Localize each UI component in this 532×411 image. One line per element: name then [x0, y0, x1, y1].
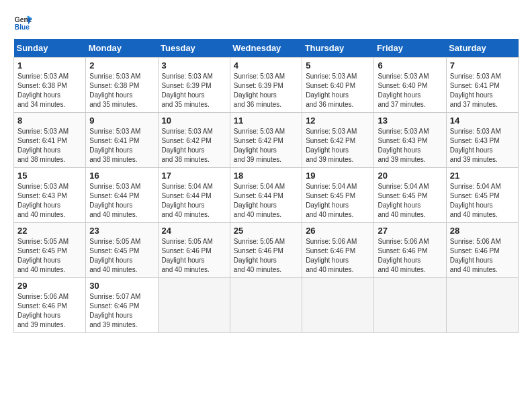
header-friday: Friday: [374, 39, 446, 58]
page-header: General Blue: [13, 13, 519, 32]
day-info: Sunrise: 5:03 AMSunset: 6:41 PMDaylight …: [89, 128, 140, 163]
calendar-cell: 26 Sunrise: 5:06 AMSunset: 6:46 PMDaylig…: [302, 223, 374, 278]
day-number: 11: [234, 116, 298, 126]
calendar-cell: [302, 278, 374, 333]
day-info: Sunrise: 5:07 AMSunset: 6:46 PMDaylight …: [89, 293, 140, 328]
calendar-cell: 4 Sunrise: 5:03 AMSunset: 6:39 PMDayligh…: [230, 58, 302, 113]
calendar-cell: 18 Sunrise: 5:04 AMSunset: 6:44 PMDaylig…: [230, 168, 302, 223]
day-number: 20: [378, 171, 442, 181]
day-info: Sunrise: 5:03 AMSunset: 6:41 PMDaylight …: [17, 128, 69, 163]
calendar-cell: [158, 278, 230, 333]
calendar-header-row: SundayMondayTuesdayWednesdayThursdayFrid…: [14, 39, 519, 58]
header-wednesday: Wednesday: [230, 39, 302, 58]
day-info: Sunrise: 5:05 AMSunset: 6:45 PMDaylight …: [89, 238, 140, 273]
calendar-cell: 9 Sunrise: 5:03 AMSunset: 6:41 PMDayligh…: [86, 113, 158, 168]
day-info: Sunrise: 5:05 AMSunset: 6:46 PMDaylight …: [234, 238, 285, 273]
calendar-cell: 15 Sunrise: 5:03 AMSunset: 6:43 PMDaylig…: [14, 168, 86, 223]
calendar-cell: 1 Sunrise: 5:03 AMSunset: 6:38 PMDayligh…: [14, 58, 86, 113]
calendar-week-row: 8 Sunrise: 5:03 AMSunset: 6:41 PMDayligh…: [14, 113, 519, 168]
day-number: 27: [378, 226, 442, 236]
day-info: Sunrise: 5:03 AMSunset: 6:40 PMDaylight …: [306, 73, 357, 108]
day-number: 7: [450, 60, 515, 71]
day-info: Sunrise: 5:03 AMSunset: 6:41 PMDaylight …: [450, 73, 501, 108]
day-number: 9: [89, 116, 154, 126]
day-info: Sunrise: 5:03 AMSunset: 6:44 PMDaylight …: [89, 183, 140, 218]
day-info: Sunrise: 5:06 AMSunset: 6:46 PMDaylight …: [378, 238, 429, 273]
day-number: 30: [89, 281, 154, 291]
day-number: 12: [306, 116, 370, 126]
calendar-cell: 6 Sunrise: 5:03 AMSunset: 6:40 PMDayligh…: [374, 58, 446, 113]
calendar-cell: 30 Sunrise: 5:07 AMSunset: 6:46 PMDaylig…: [86, 278, 158, 333]
calendar-table: SundayMondayTuesdayWednesdayThursdayFrid…: [13, 39, 519, 333]
calendar-cell: 21 Sunrise: 5:04 AMSunset: 6:45 PMDaylig…: [446, 168, 518, 223]
day-info: Sunrise: 5:06 AMSunset: 6:46 PMDaylight …: [17, 293, 69, 328]
calendar-cell: 22 Sunrise: 5:05 AMSunset: 6:45 PMDaylig…: [14, 223, 86, 278]
day-info: Sunrise: 5:06 AMSunset: 6:46 PMDaylight …: [450, 238, 501, 273]
day-number: 23: [89, 226, 154, 236]
calendar-cell: 27 Sunrise: 5:06 AMSunset: 6:46 PMDaylig…: [374, 223, 446, 278]
calendar-week-row: 22 Sunrise: 5:05 AMSunset: 6:45 PMDaylig…: [14, 223, 519, 278]
calendar-cell: 19 Sunrise: 5:04 AMSunset: 6:45 PMDaylig…: [302, 168, 374, 223]
calendar-cell: 17 Sunrise: 5:04 AMSunset: 6:44 PMDaylig…: [158, 168, 230, 223]
day-info: Sunrise: 5:05 AMSunset: 6:45 PMDaylight …: [17, 238, 69, 273]
day-info: Sunrise: 5:03 AMSunset: 6:40 PMDaylight …: [378, 73, 429, 108]
calendar-cell: 3 Sunrise: 5:03 AMSunset: 6:39 PMDayligh…: [158, 58, 230, 113]
day-info: Sunrise: 5:03 AMSunset: 6:38 PMDaylight …: [89, 73, 140, 108]
day-info: Sunrise: 5:03 AMSunset: 6:39 PMDaylight …: [162, 73, 213, 108]
day-number: 14: [450, 116, 515, 126]
calendar-cell: 14 Sunrise: 5:03 AMSunset: 6:43 PMDaylig…: [446, 113, 518, 168]
day-number: 25: [234, 226, 298, 236]
calendar-cell: [230, 278, 302, 333]
calendar-week-row: 29 Sunrise: 5:06 AMSunset: 6:46 PMDaylig…: [14, 278, 519, 333]
day-number: 10: [162, 116, 226, 126]
day-number: 29: [17, 281, 82, 291]
calendar-cell: 7 Sunrise: 5:03 AMSunset: 6:41 PMDayligh…: [446, 58, 518, 113]
day-info: Sunrise: 5:03 AMSunset: 6:43 PMDaylight …: [378, 128, 429, 163]
day-info: Sunrise: 5:04 AMSunset: 6:45 PMDaylight …: [306, 183, 357, 218]
calendar-cell: 10 Sunrise: 5:03 AMSunset: 6:42 PMDaylig…: [158, 113, 230, 168]
day-number: 24: [162, 226, 226, 236]
calendar-cell: 16 Sunrise: 5:03 AMSunset: 6:44 PMDaylig…: [86, 168, 158, 223]
header-saturday: Saturday: [446, 39, 518, 58]
calendar-cell: 2 Sunrise: 5:03 AMSunset: 6:38 PMDayligh…: [86, 58, 158, 113]
day-number: 5: [306, 60, 370, 71]
calendar-week-row: 15 Sunrise: 5:03 AMSunset: 6:43 PMDaylig…: [14, 168, 519, 223]
day-number: 15: [17, 171, 82, 181]
header-sunday: Sunday: [14, 39, 86, 58]
day-info: Sunrise: 5:05 AMSunset: 6:46 PMDaylight …: [162, 238, 213, 273]
day-info: Sunrise: 5:04 AMSunset: 6:44 PMDaylight …: [234, 183, 285, 218]
day-number: 1: [17, 60, 82, 71]
header-thursday: Thursday: [302, 39, 374, 58]
calendar-cell: 13 Sunrise: 5:03 AMSunset: 6:43 PMDaylig…: [374, 113, 446, 168]
calendar-cell: [374, 278, 446, 333]
calendar-cell: 28 Sunrise: 5:06 AMSunset: 6:46 PMDaylig…: [446, 223, 518, 278]
day-info: Sunrise: 5:03 AMSunset: 6:38 PMDaylight …: [17, 73, 69, 108]
day-info: Sunrise: 5:04 AMSunset: 6:45 PMDaylight …: [450, 183, 501, 218]
calendar-cell: 29 Sunrise: 5:06 AMSunset: 6:46 PMDaylig…: [14, 278, 86, 333]
logo-icon: General Blue: [13, 13, 32, 32]
calendar-cell: 24 Sunrise: 5:05 AMSunset: 6:46 PMDaylig…: [158, 223, 230, 278]
day-number: 18: [234, 171, 298, 181]
day-info: Sunrise: 5:03 AMSunset: 6:42 PMDaylight …: [162, 128, 213, 163]
day-number: 2: [89, 60, 154, 71]
svg-text:Blue: Blue: [15, 24, 30, 31]
day-number: 3: [162, 60, 226, 71]
calendar-week-row: 1 Sunrise: 5:03 AMSunset: 6:38 PMDayligh…: [14, 58, 519, 113]
day-info: Sunrise: 5:03 AMSunset: 6:43 PMDaylight …: [17, 183, 69, 218]
logo: General Blue: [13, 13, 32, 32]
day-number: 26: [306, 226, 370, 236]
calendar-cell: [446, 278, 518, 333]
calendar-cell: 8 Sunrise: 5:03 AMSunset: 6:41 PMDayligh…: [14, 113, 86, 168]
day-number: 21: [450, 171, 515, 181]
day-number: 22: [17, 226, 82, 236]
day-number: 4: [234, 60, 298, 71]
day-info: Sunrise: 5:06 AMSunset: 6:46 PMDaylight …: [306, 238, 357, 273]
day-info: Sunrise: 5:03 AMSunset: 6:42 PMDaylight …: [234, 128, 285, 163]
header-tuesday: Tuesday: [158, 39, 230, 58]
day-number: 16: [89, 171, 154, 181]
day-number: 13: [378, 116, 442, 126]
day-number: 6: [378, 60, 442, 71]
day-number: 8: [17, 116, 82, 126]
day-number: 28: [450, 226, 515, 236]
calendar-cell: 23 Sunrise: 5:05 AMSunset: 6:45 PMDaylig…: [86, 223, 158, 278]
